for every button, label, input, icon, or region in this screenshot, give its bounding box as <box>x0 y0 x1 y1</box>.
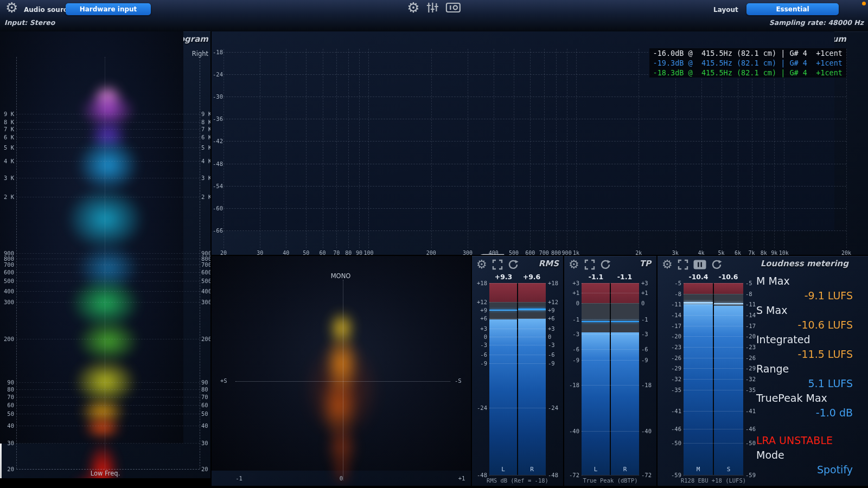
loudness-value-S: -10.6 <box>718 273 738 281</box>
nebula-freq-tick-left: 2 K <box>1 194 14 200</box>
meter-gridline <box>489 329 546 329</box>
hardware-input-button[interactable]: Hardware input <box>66 3 151 15</box>
nebula-freq-tick-left: 50 <box>1 410 14 417</box>
level-fill <box>611 332 639 475</box>
stat-value-row: -9.1 LUFS <box>756 288 853 303</box>
nebula-gridline <box>16 178 200 178</box>
spectrum-freq-gridline <box>514 49 514 248</box>
spectrum-freq-gridline <box>774 49 775 248</box>
nebula-gridline <box>16 272 200 273</box>
stat-label: Integrated <box>756 332 810 347</box>
pause-icon[interactable] <box>693 260 706 269</box>
mode-value[interactable]: Spotify <box>756 463 853 477</box>
rms-value-L: +9.3 <box>495 273 513 281</box>
cursor-readout-row: -18.3dB @ 415.5Hz (82.1 cm) | G# 4 +1cen… <box>649 68 847 78</box>
reset-icon[interactable] <box>508 259 519 270</box>
loudness-tick-left: -29 <box>658 365 681 371</box>
rms-tick-left: -24 <box>472 404 487 411</box>
tp-tick-right: -1 <box>641 316 648 323</box>
lissajous-glow <box>323 304 361 352</box>
nebula-freq-tick-right: 8 K <box>201 119 210 125</box>
tp-tick-left: -40 <box>564 428 579 434</box>
nebula-plot[interactable]: 9 K9 K8 K8 K7 K7 K6 K6 K5 K5 K4 K4 K3 K3… <box>0 31 210 478</box>
stat-value-row: 5.1 LUFS <box>756 376 853 391</box>
rms-tick-right: -24 <box>548 404 558 411</box>
loudness-tick-left: -35 <box>658 387 681 393</box>
spectrum-freq-gridline <box>224 49 224 248</box>
reset-icon[interactable] <box>711 259 722 270</box>
spectrum-freq-tick: 300 <box>460 250 475 255</box>
meter-header-icons: ⚙ <box>569 258 611 272</box>
meter-gridline <box>582 303 639 304</box>
loudness-tick-right: -23 <box>745 344 756 350</box>
gear-icon[interactable]: ⚙ <box>569 259 579 271</box>
rms-tick-right: 0 <box>548 333 551 340</box>
nebula-freq-tick-right: 6 K <box>201 134 210 140</box>
rms-tick-right: +3 <box>548 325 555 332</box>
nebula-freq-tick-right: 300 <box>201 299 210 305</box>
loudness-tick-right: -32 <box>745 376 756 382</box>
loudness-tick-right: -29 <box>745 365 756 371</box>
nebula-freq-tick-left: 40 <box>1 422 14 429</box>
rms-title: RMS <box>539 259 559 268</box>
plus-s-label: +S <box>220 377 227 384</box>
nebula-center-gridline <box>105 57 105 469</box>
loudness-tick-left: -50 <box>658 440 681 446</box>
nebula-freq-tick-right: 400 <box>201 288 210 294</box>
spectrum-db-tick: -60 <box>213 205 222 211</box>
meter-gridline <box>582 431 639 432</box>
rms-tick-right: +6 <box>548 315 555 322</box>
nebula-gridline <box>16 161 200 162</box>
spectrum-freq-gridline <box>368 49 369 248</box>
gear-icon[interactable]: ⚙ <box>476 259 487 271</box>
cursor-readout-row: -16.0dB @ 415.5Hz (82.1 cm) | G# 4 +1cen… <box>649 48 847 58</box>
top-toolbar: ⚙ Audio source Hardware input Input: Ste… <box>0 0 868 31</box>
loudness-meter-panel: ⚙Loudness metering-10.4-10.6MS-5-5-8-8-1… <box>658 256 868 486</box>
spectrum-db-gridline <box>224 208 846 209</box>
spectrum-db-tick: -66 <box>213 227 222 234</box>
rms-tick-left: -6 <box>472 351 487 358</box>
io-routing-icon[interactable] <box>446 2 461 13</box>
nebula-freq-tick-left: 6 K <box>1 134 14 140</box>
mixer-sliders-icon[interactable] <box>426 2 439 14</box>
reset-icon[interactable] <box>600 259 611 270</box>
pan-axis-label: +1 <box>458 475 465 481</box>
fullscreen-icon[interactable] <box>492 259 503 270</box>
nebula-center-beam <box>0 444 2 478</box>
nebula-freq-tick-right: 800 <box>201 255 210 262</box>
loudness-channel-label: S <box>714 466 743 473</box>
layout-essential-button[interactable]: Essential <box>746 3 839 15</box>
over-zone <box>518 283 546 302</box>
meter-gridline <box>489 318 546 319</box>
nebula-freq-tick-left: 800 <box>1 255 14 262</box>
fullscreen-icon[interactable] <box>678 259 688 270</box>
audio-source-gear-icon[interactable]: ⚙ <box>5 2 18 14</box>
meter-gridline <box>582 360 639 361</box>
nebula-freq-tick-left: 9 K <box>1 111 14 117</box>
meter-gridline <box>489 345 546 345</box>
nebula-gridline <box>16 259 200 259</box>
loudness-tick-right: -5 <box>745 280 752 286</box>
fullscreen-icon[interactable] <box>584 259 595 270</box>
gear-icon[interactable]: ⚙ <box>662 259 673 271</box>
nebula-freq-tick-right: 600 <box>201 269 210 275</box>
meter-gridline <box>582 475 639 476</box>
tp-title: TP <box>640 259 651 268</box>
nebula-freq-tick-right: 200 <box>201 336 210 342</box>
tp-tick-left: -1 <box>564 316 579 323</box>
nebula-freq-tick-left: 80 <box>1 386 14 393</box>
tp-caption: True Peak (dBTP) <box>583 477 637 484</box>
stats-spacer <box>756 420 853 433</box>
meter-header-icons: ⚙ <box>662 258 722 272</box>
mode-label: Mode <box>756 448 853 463</box>
loudness-tick-left: -14 <box>658 312 681 318</box>
settings-gear-icon[interactable]: ⚙ <box>407 2 419 14</box>
nebula-gridline <box>16 122 200 123</box>
spectrum-freq-gridline <box>494 49 494 248</box>
nebula-freq-tick-right: 50 <box>201 410 208 417</box>
rms-caption: RMS dB (Ref = -18) <box>487 477 548 484</box>
vectorscope-display[interactable]: MONO+S-S-10+1 <box>212 256 471 486</box>
spectrum-freq-tick: 20 <box>216 250 231 255</box>
meter-gridline <box>582 334 639 335</box>
over-zone <box>714 283 743 294</box>
